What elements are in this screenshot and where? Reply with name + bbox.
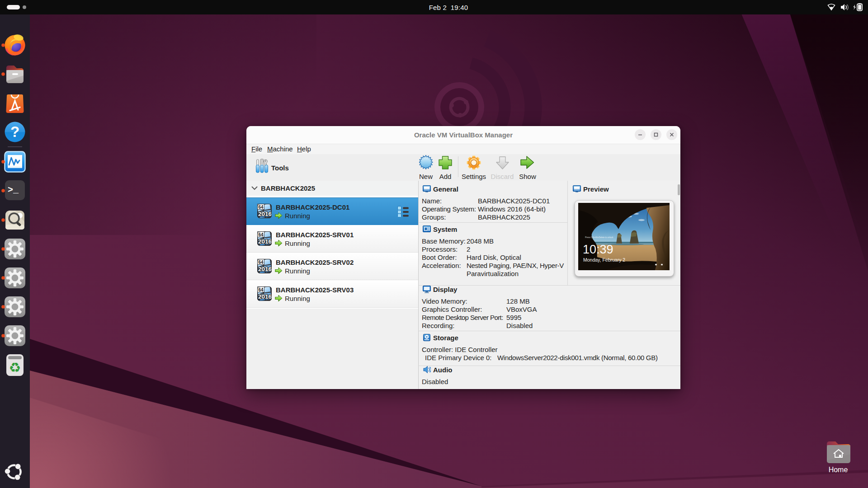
svg-text:Discard: Discard (491, 173, 514, 180)
svg-text:Show: Show (519, 173, 536, 180)
svg-text:New: New (419, 173, 433, 180)
svg-text:?: ? (10, 123, 19, 140)
svg-text:♻: ♻ (9, 360, 21, 375)
svg-text:Add: Add (439, 173, 452, 180)
svg-text:>_: >_ (8, 185, 19, 195)
svg-text:Settings: Settings (462, 173, 486, 180)
svg-text:10:39: 10:39 (583, 243, 613, 256)
svg-text:Press Ctrl+Alt+Delete to unloc: Press Ctrl+Alt+Delete to unlock (585, 236, 613, 239)
svg-text:Monday, February 2: Monday, February 2 (583, 257, 625, 263)
